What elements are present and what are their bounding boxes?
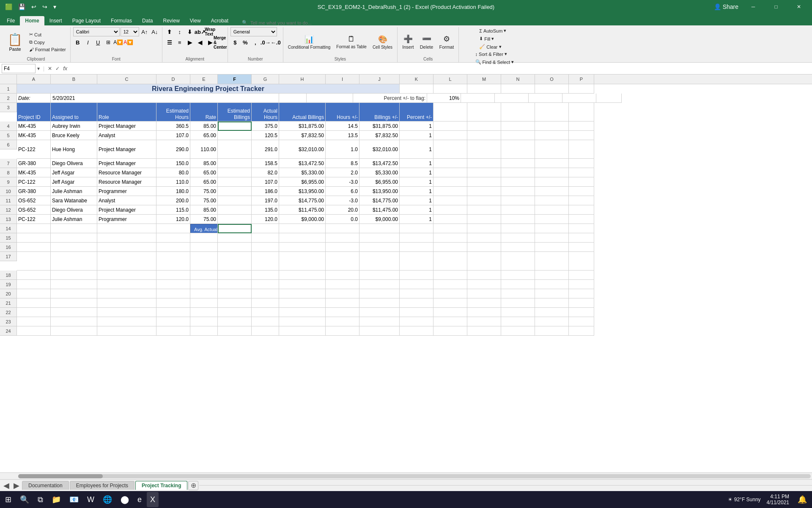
- cell-c15[interactable]: [97, 233, 156, 243]
- cell-j7[interactable]: $13,472.50: [359, 159, 400, 168]
- font-size-select[interactable]: 12: [121, 27, 139, 36]
- cell-a15[interactable]: [17, 233, 51, 243]
- border-button[interactable]: ⊞: [104, 38, 113, 47]
- cell-c22[interactable]: [97, 308, 156, 317]
- cell-b2[interactable]: 5/20/2021: [51, 94, 279, 103]
- cell-a23[interactable]: [17, 317, 51, 326]
- cell-d7[interactable]: 150.0: [156, 159, 190, 168]
- cell-l11[interactable]: [433, 196, 467, 205]
- taskview-button[interactable]: ⧉: [34, 492, 47, 507]
- cell-l22[interactable]: [433, 308, 467, 317]
- cell-b13[interactable]: Julie Ashman: [51, 215, 97, 224]
- cell-k18[interactable]: [400, 271, 433, 280]
- cell-j19[interactable]: [359, 280, 400, 289]
- cell-m1[interactable]: [467, 84, 501, 94]
- cell-b5[interactable]: Bruce Keely: [51, 131, 97, 140]
- fill-button[interactable]: ⬇ Fill ▾: [477, 35, 496, 42]
- cell-p11[interactable]: [569, 196, 594, 205]
- cell-k3[interactable]: Percent +/-: [400, 103, 433, 121]
- row-header-18[interactable]: 18: [0, 271, 17, 280]
- cell-b23[interactable]: [51, 317, 97, 326]
- cell-l5[interactable]: [433, 131, 467, 140]
- cell-p16[interactable]: [569, 243, 594, 252]
- cell-i7[interactable]: 8.5: [326, 159, 359, 168]
- cell-m21[interactable]: [467, 298, 501, 308]
- cell-a12[interactable]: OS-652: [17, 205, 51, 215]
- cell-h22[interactable]: [279, 308, 326, 317]
- cell-n9[interactable]: [501, 177, 535, 187]
- cell-g15[interactable]: [252, 233, 279, 243]
- col-header-f[interactable]: F: [218, 75, 252, 84]
- cell-i14[interactable]: [326, 224, 359, 233]
- italic-button[interactable]: I: [83, 38, 93, 47]
- more-qa-icon[interactable]: ▾: [52, 3, 58, 11]
- cell-m11[interactable]: [467, 196, 501, 205]
- cell-h19[interactable]: [279, 280, 326, 289]
- tab-home[interactable]: Home: [20, 16, 44, 25]
- cell-k11[interactable]: 1: [400, 196, 433, 205]
- corner-cell[interactable]: [0, 75, 17, 84]
- cell-k8[interactable]: 1: [400, 168, 433, 177]
- cell-f6[interactable]: [218, 140, 252, 159]
- col-header-k[interactable]: K: [400, 75, 433, 84]
- cell-l9[interactable]: [433, 177, 467, 187]
- cell-c17[interactable]: [97, 252, 156, 271]
- row-header-4[interactable]: 4: [0, 121, 17, 131]
- tab-documentation[interactable]: Documentation: [22, 481, 69, 490]
- formula-input[interactable]: [69, 65, 810, 72]
- cell-d8[interactable]: 80.0: [156, 168, 190, 177]
- cell-n7[interactable]: [501, 159, 535, 168]
- align-left-button[interactable]: ☰: [165, 38, 174, 47]
- cell-h23[interactable]: [279, 317, 326, 326]
- cell-b8[interactable]: Jeff Asgar: [51, 168, 97, 177]
- cell-e3[interactable]: Rate: [190, 103, 218, 121]
- cell-l18[interactable]: [433, 271, 467, 280]
- cell-b3[interactable]: Assigned to: [51, 103, 97, 121]
- row-header-23[interactable]: 23: [0, 317, 17, 326]
- currency-button[interactable]: $: [230, 38, 240, 47]
- cell-p2[interactable]: [596, 94, 622, 103]
- align-top-button[interactable]: ⬆: [165, 27, 174, 36]
- cell-h20[interactable]: [279, 289, 326, 298]
- cell-b11[interactable]: Sara Watanabe: [51, 196, 97, 205]
- cell-m10[interactable]: [467, 187, 501, 196]
- cell-j13[interactable]: $9,000.00: [359, 215, 400, 224]
- row-header-15[interactable]: 15: [0, 233, 17, 243]
- cell-g21[interactable]: [252, 298, 279, 308]
- horizontal-scrollbar[interactable]: [0, 472, 812, 479]
- cell-o20[interactable]: [535, 289, 569, 298]
- cell-e13[interactable]: 75.00: [190, 215, 218, 224]
- cell-n21[interactable]: [501, 298, 535, 308]
- cell-k4[interactable]: 1: [400, 121, 433, 131]
- cell-m18[interactable]: [467, 271, 501, 280]
- cell-l20[interactable]: [433, 289, 467, 298]
- cell-p14[interactable]: [569, 224, 594, 233]
- row-header-6[interactable]: 6: [0, 140, 17, 149]
- cell-e21[interactable]: [190, 298, 218, 308]
- cell-i22[interactable]: [326, 308, 359, 317]
- cell-c24[interactable]: [97, 326, 156, 336]
- cell-a1[interactable]: Rivera Engineering Project Tracker: [17, 84, 400, 94]
- cell-h6[interactable]: $32,010.00: [279, 140, 326, 159]
- cell-n14[interactable]: [501, 224, 535, 233]
- cell-j17[interactable]: [359, 252, 400, 271]
- name-box[interactable]: [2, 64, 36, 73]
- cell-e16[interactable]: [190, 243, 218, 252]
- tab-employees-for-projects[interactable]: Employees for Projects: [70, 481, 134, 490]
- align-middle-button[interactable]: ↕: [175, 27, 184, 36]
- row-header-5[interactable]: 5: [0, 131, 17, 140]
- cell-f21[interactable]: [218, 298, 252, 308]
- tab-project-tracking[interactable]: Project Tracking: [135, 481, 187, 490]
- row-header-3[interactable]: 3: [0, 103, 17, 112]
- chrome-button[interactable]: ⬤: [117, 492, 132, 507]
- cell-j6[interactable]: $32,010.00: [359, 140, 400, 159]
- cell-a2[interactable]: Date:: [17, 94, 51, 103]
- cell-j11[interactable]: $14,775.00: [359, 196, 400, 205]
- cell-p18[interactable]: [569, 271, 594, 280]
- cell-e18[interactable]: [190, 271, 218, 280]
- col-header-l[interactable]: L: [433, 75, 467, 84]
- cell-g14[interactable]: [252, 224, 279, 233]
- align-right-button[interactable]: ▶: [185, 38, 195, 47]
- cell-i4[interactable]: 14.5: [326, 121, 359, 131]
- copy-button[interactable]: ⧉ Copy: [27, 39, 68, 46]
